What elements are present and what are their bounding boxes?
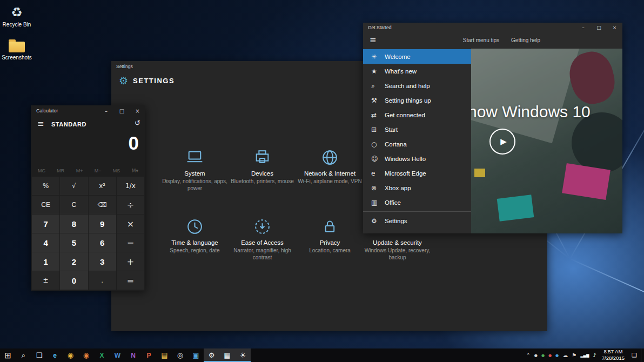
file-explorer-icon[interactable]: ▤ (157, 348, 172, 362)
memory-subtract-button[interactable]: M− (95, 168, 102, 173)
key-5[interactable]: 5 (60, 233, 88, 252)
nav-getting-help[interactable]: Getting help (511, 37, 540, 43)
maximize-button[interactable]: □ (591, 23, 607, 32)
tile-subtitle: Narrator, magnifier, high contrast (229, 247, 296, 261)
hamburger-menu-icon[interactable]: ≡ (370, 35, 377, 45)
edge-icon[interactable]: e (47, 348, 63, 362)
sidebar-item-xbox-app[interactable]: ⊗ Xbox app (363, 180, 471, 195)
show-desktop-button[interactable] (641, 348, 644, 362)
calculator-titlebar[interactable]: Calculator (36, 108, 58, 113)
key-1[interactable]: 1 (32, 252, 59, 271)
sidebar-item-cortana[interactable]: ○ Cortana (363, 137, 471, 151)
key-equals[interactable]: = (117, 271, 144, 290)
sidebar-item-get-connected[interactable]: ⇄ Get connected (363, 108, 471, 122)
excel-icon[interactable]: X (94, 348, 110, 362)
key-decimal[interactable]: . (89, 271, 116, 290)
memory-recall-button[interactable]: MR (57, 168, 64, 173)
key-subtract[interactable]: − (117, 233, 144, 252)
sidebar-item-start[interactable]: ⊞ Start (363, 122, 471, 137)
key-4[interactable]: 4 (32, 233, 59, 252)
nav-start-menu-tips[interactable]: Start menu tips (463, 37, 499, 43)
key-clear-entry[interactable]: CE (32, 196, 59, 214)
settings-tile-ease-of-access[interactable]: Ease of Access Narrator, magnifier, high… (229, 214, 296, 264)
taskbar-spacer (251, 348, 524, 362)
key-2[interactable]: 2 (60, 252, 88, 271)
key-9[interactable]: 9 (89, 214, 116, 233)
calculator-app-icon[interactable]: ▦ (219, 348, 235, 362)
key-plusminus[interactable]: ± (32, 271, 59, 290)
key-6[interactable]: 6 (89, 233, 116, 252)
settings-tile-system[interactable]: System Display, notifications, apps, pow… (161, 145, 229, 195)
key-clear[interactable]: C (60, 196, 88, 214)
key-multiply[interactable]: × (117, 214, 144, 233)
tray-app-icon[interactable]: ● (555, 353, 559, 358)
sidebar-divider (363, 211, 471, 212)
settings-app-icon[interactable]: ⚙ (204, 348, 219, 362)
key-divide[interactable]: ÷ (117, 196, 144, 214)
history-icon[interactable]: ↺ (135, 119, 140, 127)
maximize-button[interactable]: □ (114, 105, 130, 117)
settings-heading: ⚙ SETTINGS (119, 75, 175, 86)
sidebar-item-search-and-help[interactable]: ⌕ Search and help (363, 78, 471, 93)
sidebar-item-settings[interactable]: ⚙ Settings (363, 213, 471, 228)
memory-clear-button[interactable]: MC (38, 168, 45, 173)
desktop-icon-recycle-bin[interactable]: ♻ Recycle Bin (0, 4, 33, 28)
hamburger-menu-icon[interactable]: ≡ (37, 119, 44, 129)
settings-window-titlebar[interactable]: Settings (116, 64, 133, 69)
key-backspace[interactable]: ⌫ (89, 196, 116, 214)
sidebar-item-welcome[interactable]: ☀ Welcome (363, 49, 471, 64)
desktop-icon-screenshots[interactable]: Screenshots (0, 36, 33, 61)
sidebar-item-whats-new[interactable]: ★ What's new (363, 64, 471, 78)
onedrive-icon[interactable]: ☁ (562, 352, 568, 358)
key-square[interactable]: x² (89, 177, 116, 195)
search-button[interactable]: ⌕ (16, 348, 31, 362)
hidden-icons-chevron[interactable]: ⌃ (526, 352, 530, 358)
get-started-app-icon[interactable]: ☀ (235, 348, 251, 362)
settings-tile-time-language[interactable]: Time & language Speech, region, date (161, 214, 229, 264)
key-7[interactable]: 7 (32, 214, 59, 233)
key-reciprocal[interactable]: 1/x (117, 177, 144, 195)
task-view-button[interactable]: ❏ (31, 348, 47, 362)
chrome-icon[interactable]: ◉ (63, 348, 78, 362)
key-add[interactable]: + (117, 252, 144, 271)
memory-flyout-button[interactable]: M▾ (132, 168, 138, 173)
minimize-button[interactable]: – (98, 105, 114, 117)
action-center-button[interactable]: ❏ (628, 348, 641, 362)
close-button[interactable]: × (607, 23, 622, 32)
desktop[interactable]: ♻ Recycle Bin Screenshots Settings ⚙ SET… (0, 0, 644, 362)
key-3[interactable]: 3 (89, 252, 116, 271)
settings-tile-devices[interactable]: Devices Bluetooth, printers, mouse (229, 145, 296, 195)
tray-app-icon[interactable]: ● (534, 353, 538, 358)
play-button[interactable]: ▶ (489, 129, 515, 155)
key-sqrt[interactable]: √ (60, 177, 88, 195)
key-percent[interactable]: % (32, 177, 59, 195)
taskbar-clock[interactable]: 8:57 AM 7/28/2015 (599, 348, 628, 362)
tray-app-icon[interactable]: ● (548, 353, 552, 358)
sidebar-item-microsoft-edge[interactable]: e Microsoft Edge (363, 166, 471, 180)
network-icon[interactable]: ▂▄▆ (580, 353, 589, 358)
settings-tile-network[interactable]: Network & Internet Wi-Fi, airplane mode,… (296, 145, 364, 195)
onenote-icon[interactable]: N (125, 348, 141, 362)
sidebar-item-label: Microsoft Edge (385, 170, 426, 177)
key-8[interactable]: 8 (60, 214, 88, 233)
minimize-button[interactable]: – (575, 23, 591, 32)
key-0[interactable]: 0 (60, 271, 88, 290)
sidebar-item-windows-hello[interactable]: ☺ Windows Hello (363, 151, 471, 166)
sidebar-item-setting-things-up[interactable]: ⚒ Setting things up (363, 93, 471, 108)
start-button[interactable]: ⊞ (0, 348, 16, 362)
defender-icon[interactable]: ⚑ (572, 352, 576, 358)
sidebar-item-office[interactable]: ▥ Office (363, 195, 471, 210)
powerpoint-icon[interactable]: P (141, 348, 157, 362)
volume-icon[interactable]: ♪ (593, 352, 596, 358)
get-started-titlebar[interactable]: Get Started (368, 25, 391, 30)
photos-app-icon[interactable]: ▣ (188, 348, 204, 362)
media-app-icon[interactable]: ◎ (172, 348, 188, 362)
firefox-icon[interactable]: ◉ (78, 348, 94, 362)
settings-tile-privacy[interactable]: Privacy Location, camera (296, 214, 364, 264)
word-icon[interactable]: W (110, 348, 125, 362)
folder-icon (0, 36, 33, 53)
memory-add-button[interactable]: M+ (76, 168, 83, 173)
memory-store-button[interactable]: MS (113, 168, 120, 173)
tray-app-icon[interactable]: ● (541, 353, 545, 358)
close-button[interactable]: × (130, 105, 145, 117)
